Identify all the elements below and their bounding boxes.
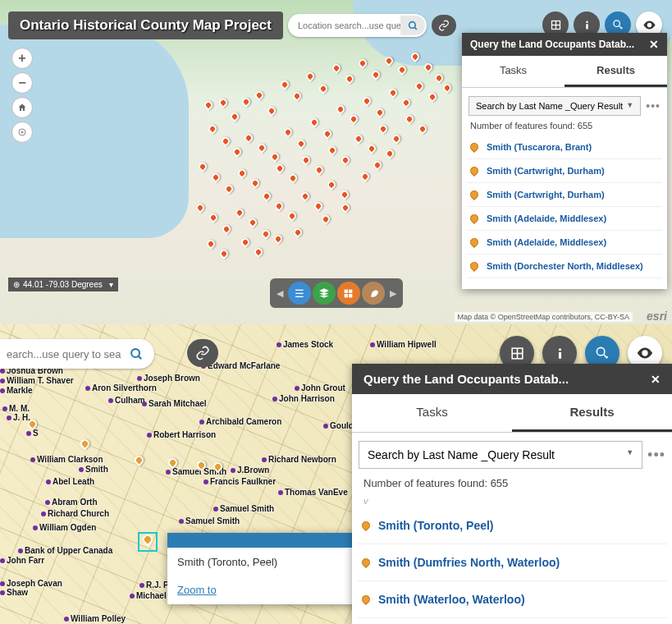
result-item[interactable]: Smith (Dorchester North, Middlesex) xyxy=(467,255,662,278)
map-marker[interactable] xyxy=(274,163,286,174)
map-marker[interactable] xyxy=(304,71,316,82)
more-options-button[interactable]: ••• xyxy=(647,447,665,464)
chevron-down-icon[interactable]: ▾ xyxy=(109,280,113,289)
map-marker[interactable] xyxy=(240,96,252,108)
map-marker[interactable] xyxy=(433,72,445,84)
map-marker[interactable] xyxy=(361,95,373,107)
map-marker[interactable] xyxy=(203,99,214,111)
tab-results[interactable]: Results xyxy=(512,394,672,432)
map-marker[interactable] xyxy=(197,161,208,172)
bookmark-button[interactable] xyxy=(362,282,385,305)
home-extent-button[interactable] xyxy=(11,97,33,118)
tab-tasks[interactable]: Tasks xyxy=(352,394,512,432)
map-marker[interactable] xyxy=(236,167,248,179)
result-list[interactable]: Smith (Toronto, Peel)Smith (Dumfries Nor… xyxy=(352,507,672,624)
map-marker[interactable] xyxy=(340,154,351,166)
locate-button[interactable] xyxy=(11,122,33,143)
result-item[interactable]: Smith (Tuscarora, Brant) xyxy=(467,135,662,159)
search-input[interactable] xyxy=(298,21,400,30)
map-marker[interactable] xyxy=(272,233,284,245)
map-marker[interactable] xyxy=(339,189,350,200)
map-marker[interactable] xyxy=(322,128,333,140)
query-select[interactable]: Search by Last Name _Query Result ▼ xyxy=(359,441,642,469)
map-marker[interactable] xyxy=(396,64,408,76)
map-marker[interactable] xyxy=(194,202,206,213)
map-marker[interactable] xyxy=(374,107,386,118)
close-icon[interactable]: ✕ xyxy=(651,373,661,386)
map-marker[interactable] xyxy=(335,103,346,115)
map-marker[interactable] xyxy=(377,123,389,135)
map-marker[interactable] xyxy=(391,133,402,145)
map-marker[interactable] xyxy=(207,123,218,135)
result-item[interactable]: Smith (Cartwright, Durham) xyxy=(467,183,662,207)
result-item[interactable]: Smith (Waterloo, Waterloo) xyxy=(357,581,667,618)
result-item[interactable]: Smith (Cartwright, Durham) xyxy=(467,159,662,183)
map-marker[interactable] xyxy=(254,89,265,101)
map-marker[interactable] xyxy=(247,217,258,228)
map-marker[interactable] xyxy=(291,90,303,102)
result-list[interactable]: Smith (Tuscarora, Brant)Smith (Cartwrigh… xyxy=(462,135,667,289)
result-item[interactable]: Smith (Dumfries North, Waterloo) xyxy=(357,544,667,581)
map-marker[interactable] xyxy=(340,202,351,213)
map-marker[interactable] xyxy=(441,82,453,94)
map-view-bottom[interactable]: Joshua BrownWilliam T. ShaverMarkleM. M.… xyxy=(0,324,672,624)
map-marker[interactable] xyxy=(273,200,285,212)
basemap-button[interactable] xyxy=(337,282,360,305)
map-marker[interactable] xyxy=(256,142,267,154)
map-marker[interactable] xyxy=(295,138,307,149)
map-marker[interactable] xyxy=(372,159,383,171)
toolbar-next[interactable]: ▶ xyxy=(386,282,400,305)
map-marker[interactable] xyxy=(327,145,338,156)
map-marker[interactable] xyxy=(231,146,243,158)
map-marker[interactable] xyxy=(387,87,399,99)
map-marker[interactable] xyxy=(243,132,254,144)
map-marker[interactable] xyxy=(266,105,277,117)
result-item[interactable]: Smith (Adelaide, Middlesex) xyxy=(467,207,662,231)
map-marker[interactable] xyxy=(318,83,329,94)
map-marker[interactable] xyxy=(286,210,298,222)
map-marker[interactable] xyxy=(400,97,412,108)
map-marker[interactable] xyxy=(282,126,294,138)
map-marker[interactable] xyxy=(299,190,311,202)
map-marker[interactable] xyxy=(313,200,324,212)
map-marker[interactable] xyxy=(427,91,438,103)
map-marker[interactable] xyxy=(417,123,428,135)
more-options-button[interactable]: ••• xyxy=(646,99,661,112)
map-marker[interactable] xyxy=(269,151,281,163)
map-marker[interactable] xyxy=(309,117,320,128)
map-marker[interactable] xyxy=(217,97,229,108)
map-marker[interactable] xyxy=(357,57,368,69)
map-marker[interactable] xyxy=(205,238,217,250)
map-marker[interactable] xyxy=(260,228,272,240)
search-button[interactable] xyxy=(400,16,425,35)
map-marker[interactable] xyxy=(344,73,355,85)
map-marker[interactable] xyxy=(223,183,235,195)
query-select[interactable]: Search by Last Name _Query Result ▼ xyxy=(469,96,641,116)
map-marker[interactable] xyxy=(218,248,230,259)
map-marker[interactable] xyxy=(240,236,251,248)
map-marker[interactable] xyxy=(208,212,219,223)
map-marker[interactable] xyxy=(404,113,415,125)
share-link-button[interactable] xyxy=(432,15,456,36)
tab-tasks[interactable]: Tasks xyxy=(462,56,565,87)
map-marker[interactable] xyxy=(261,190,272,202)
map-marker[interactable] xyxy=(320,213,331,225)
map-marker[interactable] xyxy=(313,164,325,176)
map-view-top[interactable]: Ontario Historical County Map Project + … xyxy=(0,0,672,324)
map-marker[interactable] xyxy=(249,177,261,189)
map-marker[interactable] xyxy=(370,69,382,80)
tab-results[interactable]: Results xyxy=(565,56,667,87)
close-icon[interactable]: ✕ xyxy=(649,38,659,51)
map-marker[interactable] xyxy=(366,143,377,154)
map-marker[interactable] xyxy=(229,111,240,122)
legend-button[interactable]: ☰ xyxy=(288,282,311,305)
result-item[interactable]: Smith (Toronto, Peel) xyxy=(357,507,667,544)
toolbar-prev[interactable]: ◀ xyxy=(273,282,286,305)
search-button[interactable] xyxy=(121,342,151,365)
map-marker[interactable] xyxy=(253,246,264,258)
map-marker[interactable] xyxy=(292,227,304,238)
map-marker[interactable] xyxy=(353,133,364,145)
map-marker[interactable] xyxy=(220,135,231,147)
search-input[interactable] xyxy=(7,348,121,360)
map-marker[interactable] xyxy=(348,113,359,125)
